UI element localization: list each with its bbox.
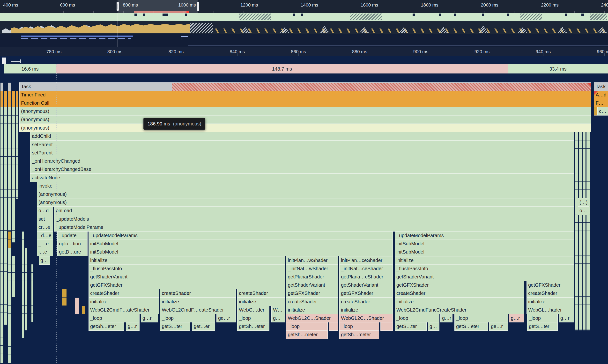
flame-bar[interactable]: (anonymous) (19, 124, 591, 132)
flame-bar[interactable]: initialize (395, 256, 574, 265)
flame-bar[interactable]: activateNode (30, 174, 574, 182)
flame-bar[interactable]: getS…ter (527, 322, 558, 331)
flame-bar[interactable]: g…r (559, 314, 574, 323)
flame-bar[interactable]: createShader (286, 298, 338, 306)
flame-bar[interactable]: i…e (37, 248, 53, 256)
flame-bar[interactable]: getS…ter (160, 322, 190, 331)
flame-bar[interactable]: createShader (395, 289, 524, 298)
flame-bar[interactable]: initialize (339, 306, 393, 314)
flame-bar[interactable]: ge…r (216, 314, 236, 323)
flame-bar[interactable]: WebGL…hader (527, 306, 574, 314)
flame-bar[interactable]: getShaderVariant (339, 281, 393, 289)
flame-bar[interactable]: Task (594, 82, 608, 91)
flame-bar[interactable]: get…er (192, 322, 215, 331)
flame-bar[interactable]: getSh…meter (339, 330, 379, 339)
flame-bar[interactable]: getShaderVariant (286, 281, 338, 289)
flame-bar[interactable]: c… (597, 107, 608, 116)
flame-bar[interactable]: getGFXShader (89, 281, 285, 289)
flame-chart[interactable]: 16.6 ms148.7 ms33.4 msTaskTaskTimer Fire… (0, 0, 608, 364)
flame-bar[interactable] (594, 107, 597, 116)
flame-bar[interactable]: initialize (395, 298, 524, 306)
flame-bar[interactable]: initialize (89, 256, 285, 265)
flame-bar[interactable]: initSubModel (395, 240, 574, 248)
flame-bar[interactable]: set (37, 215, 53, 223)
flame-bar[interactable]: g…r (126, 322, 140, 331)
flame-bar[interactable]: _initNat…ceShader (339, 264, 393, 273)
flame-bar[interactable]: createShader (237, 289, 285, 298)
flame-bar[interactable]: initialize (237, 298, 285, 306)
flame-bar[interactable]: o…d (37, 207, 53, 215)
flame-bar[interactable]: g…r (440, 314, 452, 323)
flame-bar[interactable]: initSubModel (395, 248, 574, 256)
flame-bar[interactable]: g…r (509, 314, 524, 323)
flame-bar[interactable]: o… (578, 207, 589, 215)
flame-bar[interactable]: _loop (454, 314, 508, 323)
flame-bar[interactable]: (anonymous) (37, 190, 574, 198)
flame-bar[interactable]: WebGL2CmdFuncCreateShader (395, 306, 524, 314)
flame-bar[interactable]: createShader (89, 289, 159, 298)
flame-bar[interactable]: _loop (237, 314, 269, 323)
flame-bar[interactable]: getShaderVariant (395, 273, 574, 281)
flame-bar[interactable]: g… (39, 256, 50, 265)
flame-bar[interactable]: getPlanarShader (286, 273, 338, 281)
flame-bar[interactable]: F…l (594, 99, 608, 107)
flame-bar[interactable]: getGFXShader (395, 281, 524, 289)
flame-bar[interactable]: WebGL2C…Shader (339, 314, 393, 323)
flame-bar[interactable]: getSh…eter (89, 322, 124, 331)
flame-bar[interactable]: (anonymous) (37, 198, 574, 207)
flame-bar[interactable]: _loop (395, 314, 439, 323)
flame-bar[interactable]: getGFXShader (339, 289, 393, 298)
flame-bar[interactable]: Function Call (19, 99, 591, 107)
flame-bar[interactable]: initSubModel (89, 240, 393, 248)
flame-bar[interactable]: Timer Fired (19, 91, 591, 99)
flame-bar[interactable]: createShader (527, 289, 574, 298)
flame-bar[interactable]: g… (428, 322, 439, 331)
flame-bar[interactable]: getS…eter (454, 322, 488, 331)
flame-bar[interactable]: getShaderVariant (89, 273, 285, 281)
flame-bar[interactable]: initSubModel (89, 248, 393, 256)
flame-bar[interactable]: addChild (30, 132, 574, 141)
flame-bar[interactable]: invoke (37, 182, 574, 190)
flame-bar[interactable]: Task (19, 82, 591, 91)
flame-bar[interactable]: _loop (89, 314, 140, 323)
flame-bar[interactable]: WebGL2CmdF…eateShader (160, 306, 236, 314)
flame-bar[interactable]: _updateModelParams (89, 231, 393, 240)
flame-bar[interactable]: _updateModels (54, 215, 574, 223)
flame-bar[interactable]: g…r (141, 314, 158, 323)
flame-bar[interactable]: getGFXShader (286, 289, 338, 298)
flame-bar[interactable]: WebG…der (237, 306, 269, 314)
flame-bar[interactable]: (anonymous) (19, 115, 591, 124)
flame-bar[interactable]: _loop (527, 314, 558, 323)
flame-bar[interactable]: (anonymous) (19, 107, 591, 116)
flame-bar[interactable]: initialize (89, 298, 159, 306)
flame-bar[interactable]: createShader (160, 289, 236, 298)
flame-bar[interactable]: createShader (339, 298, 393, 306)
flame-bar[interactable]: initialize (286, 306, 338, 314)
flame-bar[interactable]: A…d (594, 91, 608, 99)
flame-bar[interactable]: initialize (527, 298, 574, 306)
flame-bar[interactable]: setParent (30, 149, 574, 157)
flame-bar[interactable]: _flushPassInfo (89, 264, 285, 273)
flame-bar[interactable]: g… (271, 314, 285, 323)
flame-bar[interactable] (380, 322, 393, 331)
flame-bar[interactable]: _flushPassInfo (395, 264, 574, 273)
flame-bar[interactable]: getSh…eter (237, 322, 269, 331)
flame-bar[interactable]: _loop (286, 322, 328, 331)
flame-bar[interactable]: getD…ure (57, 248, 88, 256)
flame-bar[interactable]: _loop (339, 322, 379, 331)
flame-bar[interactable]: _update (57, 231, 88, 240)
flame-bar[interactable]: _updateModelParams (395, 231, 574, 240)
flame-bar[interactable]: ge…r (489, 322, 508, 331)
flame-bar[interactable]: _d…e (37, 231, 53, 240)
flame-bar[interactable]: cr…e (37, 223, 53, 232)
flame-bar[interactable]: _…e (37, 240, 53, 248)
flame-bar[interactable]: _onHierarchyChangedBase (30, 165, 574, 174)
flame-bar[interactable]: getPlana…eShader (339, 273, 393, 281)
flame-bar[interactable]: initialize (160, 298, 236, 306)
flame-bar[interactable]: getSh…meter (286, 330, 328, 339)
flame-bar[interactable]: getGFXShader (527, 281, 574, 289)
flame-bar[interactable]: WebGL2C…Shader (286, 314, 338, 323)
flame-bar[interactable]: initPlan…wShader (286, 256, 338, 265)
flame-bar[interactable] (329, 322, 338, 331)
flame-bar[interactable]: setParent (30, 141, 574, 149)
